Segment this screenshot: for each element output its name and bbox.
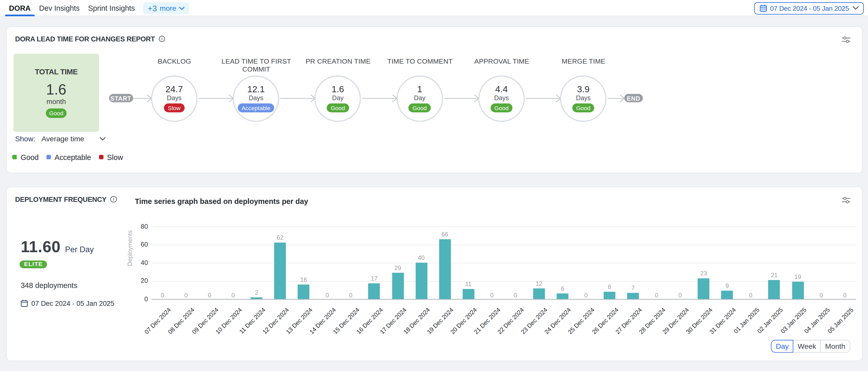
stage-status-badge: Good	[572, 103, 594, 112]
stage-status-badge: Good	[327, 103, 349, 112]
bar-value-label: 0	[221, 292, 245, 298]
stage-status-badge: Good	[491, 103, 513, 112]
stage-circle[interactable]: 1.6DayGood	[315, 75, 361, 122]
stage-circle[interactable]: 1DayGood	[396, 75, 443, 122]
stage-circle[interactable]: 12.1DaysAcceptable	[233, 75, 279, 122]
show-value[interactable]: Average time	[41, 134, 84, 143]
bar-value-label: 0	[738, 292, 763, 298]
stage-label: MERGE TIME	[542, 57, 625, 65]
active-tab-underline	[5, 15, 35, 16]
granularity-switch: DayWeekMonth	[771, 340, 850, 352]
bar-value-label: 29	[385, 265, 410, 271]
deployment-bar[interactable]	[768, 280, 780, 299]
legend-swatch	[46, 155, 51, 160]
show-selector-row: Show: Average time	[15, 134, 84, 143]
bar-value-label: 0	[174, 292, 198, 298]
bar-value-label: 0	[479, 292, 504, 298]
tab-sprint-insights[interactable]: Sprint Insights	[88, 0, 135, 16]
bar-value-label: 0	[668, 292, 692, 298]
stage-value: 3.9	[577, 84, 589, 94]
deployment-bar[interactable]	[603, 292, 615, 299]
tab-dev-insights[interactable]: Dev Insights	[39, 0, 80, 16]
deployment-bar[interactable]	[698, 278, 709, 299]
bar-value-label: 0	[809, 292, 834, 298]
deployment-bar[interactable]	[627, 293, 639, 299]
legend-label: Good	[21, 153, 39, 161]
calendar-icon	[760, 5, 767, 12]
status-legend: GoodAcceptableSlow	[12, 153, 123, 161]
deployment-bar[interactable]	[721, 291, 733, 299]
bar-value-label: 0	[197, 292, 222, 298]
bar-value-label: 12	[527, 280, 551, 286]
nav-tabs: DORA Dev Insights Sprint Insights +3 mor…	[9, 0, 189, 16]
deployment-bar[interactable]	[392, 273, 404, 299]
bar-value-label: 2	[244, 289, 269, 295]
legend-item: Slow	[99, 153, 123, 161]
bar-value-label: 0	[503, 292, 528, 298]
stage-value: 4.4	[495, 84, 508, 94]
stage-circle[interactable]: 3.9DaysGood	[560, 75, 607, 122]
deployment-bar[interactable]	[274, 243, 286, 299]
legend-label: Acceptable	[55, 153, 91, 161]
granularity-week-button[interactable]: Week	[793, 340, 821, 352]
bar-value-label: 19	[785, 273, 810, 280]
legend-swatch	[12, 155, 17, 160]
stage-value: 1	[417, 84, 422, 94]
lead-time-flow: START END BACKLOG24.7DaysSlowLEAD TIME T…	[6, 27, 862, 172]
deployment-frequency-card: DEPLOYMENT FREQUENCY i Time series graph…	[6, 187, 863, 361]
stage-label: PR CREATION TIME	[296, 57, 380, 65]
deployments-bar-chart: 020406080007 Dec 2024008 Dec 2024009 Dec…	[6, 187, 862, 361]
deployment-bar[interactable]	[251, 297, 262, 299]
granularity-day-button[interactable]: Day	[771, 340, 794, 352]
stage-unit: Days	[167, 95, 181, 101]
top-nav-bar: DORA Dev Insights Sprint Insights +3 mor…	[0, 0, 868, 16]
deployment-bar[interactable]	[792, 282, 804, 299]
lead-time-card: DORA LEAD TIME FOR CHANGES REPORT i TOTA…	[6, 26, 863, 173]
bar-value-label: 16	[291, 276, 316, 283]
stage-circle[interactable]: 4.4DaysGood	[478, 75, 525, 122]
deployment-bar[interactable]	[368, 283, 380, 299]
gridline	[152, 281, 856, 281]
chevron-down-icon[interactable]	[99, 137, 105, 140]
stage-unit: Day	[332, 95, 344, 101]
bar-value-label: 0	[833, 292, 857, 298]
y-tick-label: 80	[131, 222, 148, 230]
show-label: Show:	[15, 134, 35, 143]
dora-dashboard: DORA Dev Insights Sprint Insights +3 mor…	[0, 0, 868, 371]
bar-value-label: 40	[409, 254, 433, 261]
bar-value-label: 11	[456, 280, 480, 287]
date-range-value: 07 Dec 2024 - 05 Jan 2025	[770, 4, 849, 12]
deployment-bar[interactable]	[533, 288, 545, 299]
deployment-bar[interactable]	[557, 294, 568, 299]
bar-value-label: 0	[315, 292, 339, 298]
chevron-down-icon[interactable]	[852, 6, 859, 10]
deployment-bar[interactable]	[462, 289, 474, 299]
chevron-down-icon	[179, 6, 185, 10]
stage-value: 1.6	[332, 84, 344, 94]
more-tabs-button[interactable]: +3 more	[143, 2, 189, 14]
stage-unit: Days	[576, 95, 590, 101]
bar-value-label: 17	[362, 275, 386, 282]
x-axis-line	[152, 299, 856, 300]
bar-value-label: 0	[150, 292, 175, 298]
deployment-bar[interactable]	[439, 239, 451, 299]
tab-dora[interactable]: DORA	[9, 0, 31, 16]
legend-swatch	[99, 155, 103, 160]
stage-unit: Day	[414, 95, 426, 101]
stage-label: BACKLOG	[132, 57, 216, 65]
bar-value-label: 7	[621, 284, 645, 291]
date-range-picker[interactable]: 07 Dec 2024 - 05 Jan 2025	[754, 2, 864, 14]
y-tick-label: 0	[131, 295, 148, 302]
stage-circle[interactable]: 24.7DaysSlow	[151, 75, 197, 122]
y-tick-label: 40	[131, 259, 148, 266]
bar-value-label: 9	[715, 282, 739, 289]
granularity-month-button[interactable]: Month	[820, 340, 850, 352]
bar-value-label: 62	[268, 234, 292, 241]
legend-item: Good	[12, 153, 39, 161]
stage-label: APPROVAL TIME	[460, 57, 544, 65]
deployment-bar[interactable]	[298, 284, 309, 299]
gridline	[152, 244, 856, 245]
deployment-bar[interactable]	[415, 263, 427, 299]
stage-status-badge: Acceptable	[238, 103, 274, 112]
bar-value-label: 0	[338, 292, 363, 298]
